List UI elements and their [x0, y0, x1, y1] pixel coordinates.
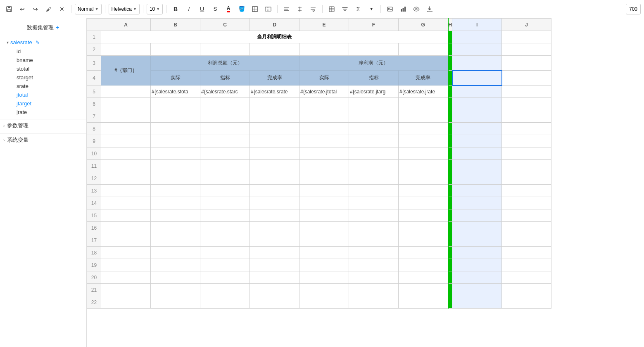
target2-header[interactable]: 指标 — [349, 71, 399, 86]
bold-button[interactable]: B — [170, 3, 181, 15]
sidebar-field-stotal[interactable]: stotal — [3, 64, 83, 73]
dataset-name-label: salesrate — [10, 39, 32, 45]
undo-button[interactable]: ↩ — [17, 3, 28, 15]
cell-C2[interactable] — [200, 43, 250, 56]
sidebar-field-jrate[interactable]: jrate — [3, 108, 83, 116]
col-header-D[interactable]: D — [250, 19, 299, 31]
cell-C5[interactable]: #{salesrate.starc — [200, 86, 250, 98]
underline-button[interactable]: U — [196, 3, 208, 15]
cell-J4[interactable] — [502, 71, 551, 86]
cell-J3[interactable] — [502, 56, 551, 71]
cell-I3[interactable] — [452, 56, 502, 71]
wrap-button[interactable] — [307, 3, 319, 15]
formula-button[interactable]: Σ — [352, 3, 364, 15]
net-profit-header[interactable]: 净利润（元） — [299, 56, 448, 71]
font-size-label: 10 — [150, 6, 155, 12]
sidebar-sysvar-section[interactable]: › 系统变量 — [0, 133, 86, 146]
row-10: 10 — [87, 147, 601, 160]
sidebar-params-section[interactable]: › 参数管理 — [0, 119, 86, 132]
row-2: 2 — [87, 43, 601, 56]
sidebar-field-srate[interactable]: srate — [3, 82, 83, 90]
style-dropdown[interactable]: Normal ▼ — [75, 4, 102, 14]
zoom-input[interactable] — [626, 4, 641, 14]
row-14: 14 — [87, 197, 601, 209]
format-painter-button[interactable]: 🖌 — [43, 3, 55, 15]
cell-F5[interactable]: #{salesrate.jtarg — [349, 86, 399, 98]
italic-button[interactable]: I — [183, 3, 195, 15]
col-header-J[interactable]: J — [502, 19, 551, 31]
formula-dropdown[interactable]: ▼ — [366, 3, 377, 15]
cell-G2[interactable] — [399, 43, 448, 56]
cell-G5[interactable]: #{salesrate.jrate — [399, 86, 448, 98]
sidebar-field-jtarget[interactable]: jtarget — [3, 99, 83, 108]
col-header-H[interactable]: H — [448, 19, 452, 31]
chart-button[interactable] — [397, 3, 409, 15]
spreadsheet-area[interactable]: A B C D E F G H I J 1 当月利润明细表 — [87, 18, 644, 347]
col-header-C[interactable]: C — [200, 19, 250, 31]
cell-H4[interactable] — [448, 71, 452, 86]
actual2-header[interactable]: 实际 — [299, 71, 349, 86]
strikethrough-button[interactable]: S — [209, 3, 221, 15]
sidebar-field-bname[interactable]: bname — [3, 56, 83, 64]
title-cell[interactable]: 当月利润明细表 — [101, 31, 448, 43]
edit-icon[interactable]: ✎ — [36, 40, 40, 45]
rate2-header[interactable]: 完成率 — [399, 71, 448, 86]
profit-total-header[interactable]: 利润总额（元） — [151, 56, 299, 71]
cell-A5[interactable] — [101, 86, 151, 98]
col-header-E[interactable]: E — [299, 19, 349, 31]
filter-button[interactable] — [339, 3, 351, 15]
cell-H1[interactable] — [448, 31, 452, 43]
sidebar-field-starget[interactable]: starget — [3, 73, 83, 82]
table-button[interactable] — [326, 3, 337, 15]
cell-J2[interactable] — [502, 43, 551, 56]
align-button[interactable] — [281, 3, 292, 15]
cell-D2[interactable] — [250, 43, 299, 56]
rate1-header[interactable]: 完成率 — [250, 71, 299, 86]
preview-button[interactable] — [411, 3, 422, 15]
font-size-dropdown[interactable]: 10 ▼ — [147, 4, 163, 14]
font-dropdown[interactable]: Helvetica ▼ — [109, 4, 140, 14]
cell-J5[interactable] — [502, 86, 551, 98]
highlight-button[interactable]: 🪣 — [236, 3, 247, 15]
col-header-B[interactable]: B — [151, 19, 200, 31]
export-button[interactable] — [424, 3, 435, 15]
col-header-G[interactable]: G — [399, 19, 448, 31]
cell-I5[interactable] — [452, 86, 502, 98]
cell-I2[interactable] — [452, 43, 502, 56]
dept-header-cell[interactable]: #｛部门｝ — [101, 56, 151, 86]
col-header-F[interactable]: F — [349, 19, 399, 31]
toolbar: ↩ ↪ 🖌 ✕ Normal ▼ Helvetica ▼ 10 ▼ B I U … — [0, 0, 644, 18]
sidebar-field-jtotal[interactable]: jtotal — [3, 90, 83, 99]
target1-header[interactable]: 指标 — [200, 71, 250, 86]
cell-H3[interactable] — [448, 56, 452, 71]
svg-rect-25 — [404, 7, 406, 12]
redo-button[interactable]: ↪ — [30, 3, 41, 15]
cell-E2[interactable] — [299, 43, 349, 56]
actual1-header[interactable]: 实际 — [151, 71, 200, 86]
style-label: Normal — [78, 6, 94, 12]
cell-B2[interactable] — [151, 43, 200, 56]
cell-B5[interactable]: #{salesrate.stota — [151, 86, 200, 98]
cell-I4[interactable] — [452, 71, 502, 86]
font-color-button[interactable]: A — [223, 3, 234, 15]
cell-H2[interactable] — [448, 43, 452, 56]
cell-H5[interactable] — [448, 86, 452, 98]
sidebar-dataset-row[interactable]: ▾ salesrate ✎ — [3, 38, 83, 47]
clear-format-button[interactable]: ✕ — [56, 3, 68, 15]
merge-cells-button[interactable] — [262, 3, 274, 15]
sidebar-field-id[interactable]: id — [3, 47, 83, 56]
cell-D5[interactable]: #{salesrate.srate — [250, 86, 299, 98]
valign-button[interactable] — [294, 3, 306, 15]
cell-J1[interactable] — [502, 31, 551, 43]
cell-E5[interactable]: #{salesrate.jtotal — [299, 86, 349, 98]
image-button[interactable] — [384, 3, 396, 15]
col-header-I[interactable]: I — [452, 19, 502, 31]
borders-button[interactable] — [249, 3, 261, 15]
sep2 — [105, 5, 105, 13]
cell-F2[interactable] — [349, 43, 399, 56]
add-dataset-button[interactable]: + — [55, 24, 59, 31]
cell-I1[interactable] — [452, 31, 502, 43]
save-button[interactable] — [3, 3, 15, 15]
cell-A2[interactable] — [101, 43, 151, 56]
col-header-A[interactable]: A — [101, 19, 151, 31]
